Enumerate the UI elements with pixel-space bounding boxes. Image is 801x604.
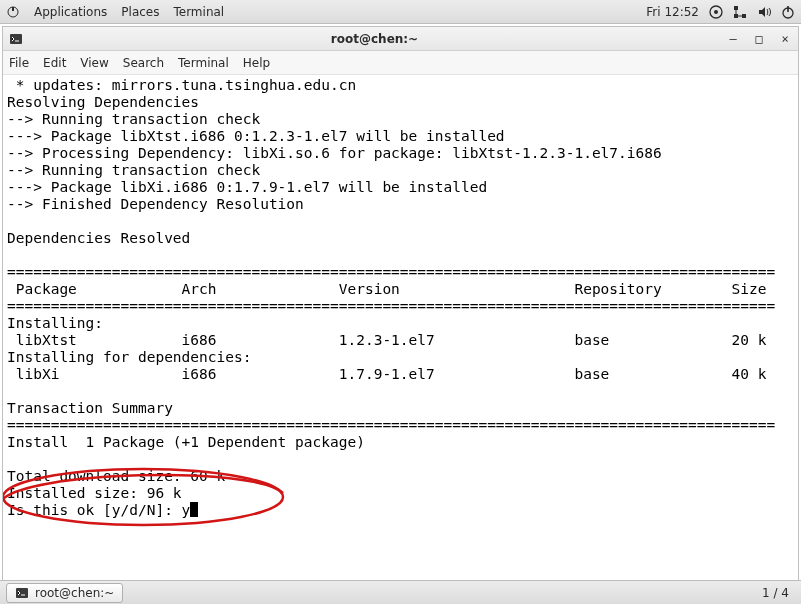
svg-rect-5 (734, 14, 738, 18)
logo-icon (6, 5, 20, 19)
terminal-menu-launcher[interactable]: Terminal (173, 5, 224, 19)
terminal-icon (9, 32, 23, 46)
titlebar[interactable]: root@chen:~ – □ × (3, 27, 798, 51)
svg-rect-4 (734, 6, 738, 10)
text-cursor (190, 502, 198, 517)
menu-terminal[interactable]: Terminal (178, 56, 229, 70)
taskbar-item-label: root@chen:~ (35, 586, 114, 600)
terminal-window: root@chen:~ – □ × File Edit View Search … (2, 26, 799, 602)
applications-menu[interactable]: Applications (34, 5, 107, 19)
a11y-icon[interactable] (709, 5, 723, 19)
network-icon[interactable] (733, 5, 747, 19)
menu-help[interactable]: Help (243, 56, 270, 70)
clock[interactable]: Fri 12:52 (646, 5, 699, 19)
menu-view[interactable]: View (80, 56, 108, 70)
terminal-icon (15, 586, 29, 600)
menu-edit[interactable]: Edit (43, 56, 66, 70)
svg-rect-11 (16, 588, 28, 598)
sound-icon[interactable] (757, 5, 771, 19)
menu-file[interactable]: File (9, 56, 29, 70)
minimize-button[interactable]: – (726, 32, 740, 46)
terminal-output[interactable]: * updates: mirrors.tuna.tsinghua.edu.cn … (3, 75, 798, 521)
prompt-text: Is this ok [y/d/N]: (7, 502, 182, 518)
menu-search[interactable]: Search (123, 56, 164, 70)
svg-point-3 (714, 10, 718, 14)
prompt-input: y (182, 502, 191, 518)
bottom-panel: root@chen:~ 1 / 4 (0, 580, 801, 604)
maximize-button[interactable]: □ (752, 32, 766, 46)
power-icon[interactable] (781, 5, 795, 19)
workspace-indicator[interactable]: 1 / 4 (756, 586, 795, 600)
top-panel: Applications Places Terminal Fri 12:52 (0, 0, 801, 24)
places-menu[interactable]: Places (121, 5, 159, 19)
close-button[interactable]: × (778, 32, 792, 46)
svg-rect-1 (12, 7, 14, 11)
taskbar-item-terminal[interactable]: root@chen:~ (6, 583, 123, 603)
svg-rect-9 (10, 34, 22, 44)
window-title: root@chen:~ (23, 32, 726, 46)
menubar: File Edit View Search Terminal Help (3, 51, 798, 75)
svg-rect-8 (787, 6, 789, 12)
svg-rect-6 (742, 14, 746, 18)
